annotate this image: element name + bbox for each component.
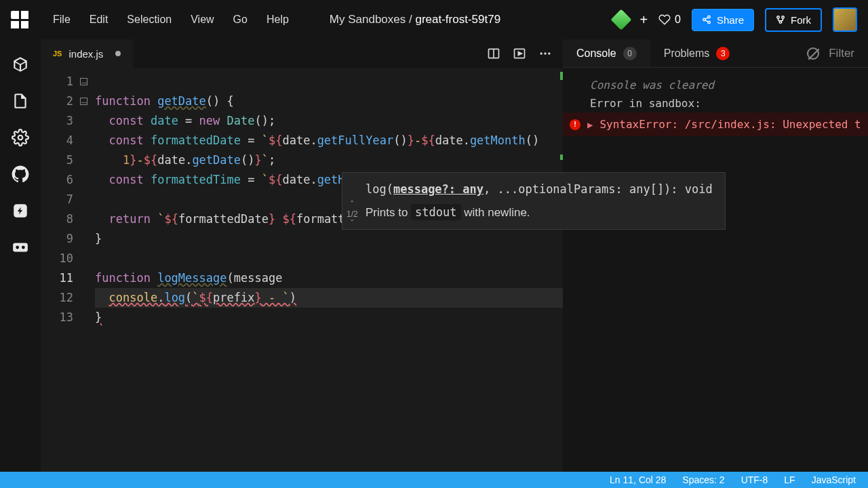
breadcrumb-project: great-frost-59t79 <box>415 13 500 26</box>
devtools-tabs: Console 0 Problems 3 Filter <box>563 39 868 68</box>
app-logo[interactable] <box>11 11 28 28</box>
console-count-badge: 0 <box>623 47 637 60</box>
devtools-pane: Console 0 Problems 3 Filter Console was … <box>563 39 868 472</box>
fork-button[interactable]: Fork <box>765 8 822 32</box>
svg-line-3 <box>705 20 708 22</box>
tab-problems[interactable]: Problems 3 <box>650 39 744 67</box>
like-count: 0 <box>675 14 681 26</box>
rocket-icon[interactable] <box>12 202 29 220</box>
signature-nav[interactable]: ˆ 1/2 ˇ <box>347 200 358 228</box>
console-error-row[interactable]: ! ▶ SyntaxError: /src/index.js: Unexpect… <box>563 113 868 136</box>
error-icon: ! <box>570 119 580 130</box>
svg-point-13 <box>22 246 25 249</box>
dirty-indicator-icon <box>115 51 121 56</box>
console-line: Console was cleared <box>563 76 868 94</box>
svg-point-7 <box>782 16 785 19</box>
cube-icon[interactable] <box>12 56 29 73</box>
js-icon: JS <box>53 49 62 58</box>
add-icon[interactable]: + <box>639 12 648 28</box>
svg-point-2 <box>708 21 711 24</box>
like-button[interactable]: 0 <box>658 14 681 26</box>
status-cursor-pos[interactable]: Ln 11, Col 28 <box>610 474 666 485</box>
share-button[interactable]: Share <box>692 9 754 31</box>
expand-icon[interactable]: ▶ <box>587 119 593 130</box>
github-icon[interactable] <box>12 165 29 183</box>
problems-count-badge: 3 <box>716 47 730 60</box>
svg-marker-17 <box>518 52 521 56</box>
filter-input[interactable]: Filter <box>829 47 854 60</box>
menu-go[interactable]: Go <box>233 14 248 26</box>
fold-column <box>80 72 95 472</box>
svg-line-4 <box>705 18 708 19</box>
status-indent[interactable]: Spaces: 2 <box>682 474 724 485</box>
avatar[interactable] <box>833 7 857 32</box>
share-icon <box>702 15 711 24</box>
topbar: File Edit Selection View Go Help My Sand… <box>0 0 868 39</box>
clear-filter-icon[interactable] <box>807 47 819 60</box>
activity-bar <box>0 39 41 472</box>
console-line: Error in sandbox: <box>563 94 868 113</box>
tab-console[interactable]: Console 0 <box>563 39 650 67</box>
editor-tabs: JS index.js <box>41 39 563 68</box>
file-icon[interactable] <box>12 92 29 110</box>
tab-filename: index.js <box>68 48 103 60</box>
fork-icon <box>776 15 785 24</box>
svg-rect-11 <box>13 243 28 252</box>
svg-point-12 <box>16 246 19 249</box>
heart-icon <box>658 14 671 26</box>
svg-point-20 <box>548 52 550 54</box>
menu-help[interactable]: Help <box>267 14 289 26</box>
svg-point-19 <box>544 52 546 54</box>
signature-help-popup: ˆ 1/2 ˇ log(message?: any, ...optionalPa… <box>342 172 726 230</box>
gear-icon[interactable] <box>12 129 29 146</box>
menu-view[interactable]: View <box>191 14 214 26</box>
tab-indexjs[interactable]: JS index.js <box>41 39 133 68</box>
svg-point-18 <box>540 52 542 54</box>
menu-edit[interactable]: Edit <box>90 14 108 26</box>
split-editor-icon[interactable] <box>487 47 500 60</box>
status-bar: Ln 11, Col 28 Spaces: 2 UTF-8 LF JavaScr… <box>0 472 868 488</box>
svg-point-1 <box>703 18 706 21</box>
svg-point-6 <box>777 16 780 19</box>
status-language[interactable]: JavaScript <box>812 474 856 485</box>
svg-point-0 <box>708 16 711 18</box>
more-icon[interactable] <box>538 47 552 60</box>
deploy-icon[interactable] <box>611 9 632 30</box>
console-output[interactable]: Console was cleared Error in sandbox: ! … <box>563 68 868 472</box>
svg-point-9 <box>18 136 23 140</box>
menu-selection[interactable]: Selection <box>127 14 172 26</box>
status-eol[interactable]: LF <box>784 474 795 485</box>
menu-bar: File Edit Selection View Go Help <box>53 14 289 26</box>
menu-file[interactable]: File <box>53 14 71 26</box>
code-editor[interactable]: 12345678910111213 function getDate() { c… <box>41 68 563 472</box>
live-icon[interactable] <box>12 239 29 256</box>
breadcrumb[interactable]: My Sandboxes / great-frost-59t79 <box>330 13 500 26</box>
line-gutter: 12345678910111213 <box>41 72 80 472</box>
status-encoding[interactable]: UTF-8 <box>741 474 768 485</box>
preview-icon[interactable] <box>513 47 526 60</box>
breadcrumb-root: My Sandboxes <box>330 13 406 26</box>
code-content: function getDate() { const date = new Da… <box>95 72 563 472</box>
editor-pane: JS index.js 12345678910111213 function g… <box>41 39 563 472</box>
